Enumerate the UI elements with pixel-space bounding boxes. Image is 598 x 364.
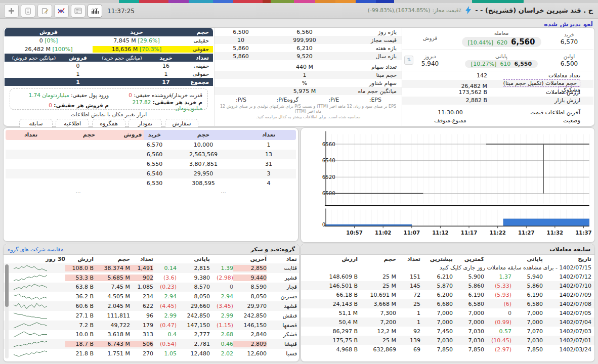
row-label: حقیقی — [181, 63, 213, 69]
history-row[interactable]: 1402/07/09 6,190 (5.93) 6,190 6,200 72 1… — [301, 290, 594, 299]
stat-label: تعداد سهام — [342, 64, 402, 70]
today-history-link[interactable]: 1402/07/15 - برای مشاهده سابقه معاملات ر… — [301, 263, 594, 272]
group-row[interactable]: قسبا 12,600 2.02 12,480 1.05 270 1.751 M… — [4, 349, 299, 358]
cell-change: 0 — [484, 310, 511, 316]
cell-close-change: 0.14 — [153, 265, 177, 271]
group-row[interactable]: قصفها 146,150 (1.15) 147,150 (0.47) 179 … — [4, 321, 299, 330]
range-high: 6,560 — [267, 29, 342, 35]
cell-count: 1,491 — [130, 265, 153, 271]
document-icon[interactable] — [21, 4, 35, 18]
price-adjust-icon[interactable]: ⇅ — [404, 56, 413, 65]
history-row[interactable]: 1402/03/24 7,850 (2.97) 7,850 7,850 69 6… — [301, 345, 594, 354]
compare-group-link[interactable]: مقایسه شرکت های گروه — [8, 246, 63, 252]
cell-volume: 49,722 — [94, 322, 130, 329]
cell-low: 5,900 — [453, 274, 484, 280]
group-row[interactable]: قنیشا 2,809 0.46 2,781 (0.54) 506 6.743 … — [4, 339, 299, 349]
buyer-power: قدرت خریدار/فروشنده حقیقی: 0 — [109, 92, 202, 98]
buy-price: 6,570 — [144, 142, 165, 148]
market-watch-icon[interactable] — [88, 4, 102, 18]
buy-count: 16 — [151, 63, 181, 69]
col-buy-price: خرید — [144, 130, 165, 140]
market-stat-row: حجم معاملات (تکمیل حجم مبنا) مشکوک 26,48… — [402, 80, 593, 88]
stat-label: ارزش بازار — [554, 97, 580, 104]
cell-low: 7,030 — [453, 328, 484, 335]
group-row[interactable]: قشیر 9,440 (2.98) 9,380 (3.6) 902 5.685 … — [4, 273, 299, 283]
cell-date: 1402/07/08 — [543, 301, 591, 307]
state-row: وضعیت ممنوع-متوقف — [402, 116, 593, 124]
svg-text:11:12: 11:12 — [432, 230, 448, 236]
history-row[interactable]: 1402/07/03 7,070 0.57 7,030 7,450 92 12,… — [301, 327, 594, 336]
range-label: قیمت مجاز — [342, 37, 402, 43]
col-sell: فروش — [63, 55, 93, 61]
cell-value: 51,1 M — [304, 310, 358, 316]
stat-value: 440 M — [267, 64, 342, 70]
trade-price-pill: [10.44%] 620 6,560 — [462, 37, 541, 47]
history-row[interactable]: 1402/07/01 7,030 (10.45) 7,030 7,030 139… — [301, 336, 594, 345]
stat-value: 2,882 B — [402, 97, 487, 104]
order-book-row[interactable]: 13 2,563,569 6,560 — [6, 150, 296, 159]
history-row[interactable]: 1402/07/04 7,000 (0.99) 7,000 7,000 1 7,… — [301, 317, 594, 327]
order-book-row[interactable]: 4 308,595 6,530 — [6, 178, 296, 188]
group-row[interactable]: قشرین 8,050 2.94 8,050 2.94 234 4.505 M … — [4, 292, 299, 301]
order-book-row[interactable]: 31 3,807,851 6,550 — [6, 159, 296, 169]
order-book-row[interactable]: 1 10,000 6,570 — [6, 140, 296, 150]
money-inflow: ورود پول حقیقی: 1.74 میلیاردتومان — [15, 92, 109, 98]
col-high: بیشترین — [420, 256, 453, 262]
group-title: گروه:قند و شکر — [250, 246, 295, 253]
price-volume-chart: 6560654065206500010:5711:0211:0711:1211:… — [302, 128, 594, 238]
cell-volume: 3,668 M — [358, 301, 396, 307]
sparkline-30day — [11, 302, 65, 310]
investor-type-panel: حجم خرید فروش حقیقی 7,845 M [29.6%] 0 [0… — [5, 28, 213, 126]
col-sell: فروش — [5, 29, 93, 35]
cell-high: 7,000 — [420, 319, 453, 326]
cell-change: (2.97) — [484, 346, 511, 353]
history-row[interactable]: 1402/07/08 6,580 (6) 6,580 6,680 25 3,66… — [301, 299, 594, 308]
cell-count: 151 — [396, 274, 420, 280]
cell-high: 7,030 — [420, 337, 453, 344]
group-row[interactable]: قثابت 2,850 1.39 2,815 0.14 1,491 38.374… — [4, 263, 299, 273]
group-row[interactable]: قجار 8,590 0 8,570 (0.23) 1,085 7.45 M 6… — [4, 283, 299, 292]
col-sell-price: فروش — [122, 130, 144, 140]
report-panel-icon[interactable] — [71, 4, 86, 18]
group-column-headers: نماد آخرین پایانی تعداد حجم ارزش 30 روز — [4, 255, 299, 263]
cell-value: 53.3 B — [65, 275, 94, 281]
buy-count: 13 — [241, 151, 296, 158]
cell-last-change: 0.46 — [210, 341, 233, 347]
stat-value: 142 — [402, 72, 487, 79]
sparkline-30day — [11, 264, 65, 272]
note-edit-icon[interactable] — [37, 4, 52, 18]
col-low: کمترین — [453, 256, 484, 262]
cell-volume: 6.743 M — [94, 341, 130, 347]
group-row[interactable]: قنقش 242,850 2.99 242,850 2.99 96 111,81… — [4, 311, 299, 321]
buy-volume: 18,636 M [70.3%] — [93, 46, 181, 53]
cell-low: 7,000 — [453, 319, 484, 326]
range-label: بازه سال — [342, 53, 402, 60]
add-window-icon[interactable] — [4, 4, 19, 18]
scrollbar-thumb[interactable] — [5, 264, 9, 307]
group-row[interactable]: قشکر 2,840 2.68 2,777 0.4 313 3.618 M 10… — [4, 330, 299, 340]
order-book-row[interactable]: 3 29,950 6,540 — [6, 169, 296, 178]
toggle-label: اطلاعیه — [64, 120, 81, 127]
group-row[interactable]: قشهد 29,970 (3.45) 29,660 (4.45) 622 2.0… — [4, 301, 299, 311]
cell-close-change: (4.45) — [153, 303, 177, 309]
cell-last: 2,840 — [233, 331, 267, 338]
layout-tools-title: ابزار تغییر مکان یا نمایش اطلاعات — [5, 111, 213, 117]
history-row[interactable]: 1402/07/12 5,940 1.37 5,900 6,210 151 25… — [301, 272, 594, 281]
history-row[interactable]: 1402/07/05 7,000 0 7,000 7,000 1 7,300 5… — [301, 308, 594, 317]
sell-total: 1 — [63, 79, 93, 85]
cell-date: 1402/07/03 — [543, 328, 591, 335]
buy-price: 6,550 — [144, 161, 165, 167]
cell-value: 108.0 B — [65, 265, 94, 271]
cell-low: 6,190 — [453, 292, 484, 298]
col-close: پایانی — [511, 256, 543, 262]
range-low: 6,500 — [215, 29, 267, 35]
cell-last-change: 2.68 — [210, 331, 233, 338]
cell-low: 7,850 — [453, 346, 484, 353]
technical-chart-icon[interactable] — [54, 4, 69, 18]
count-row: حقیقی 16 0 — [5, 62, 213, 70]
sell-quote: فروش — [402, 28, 458, 49]
buy-volume: 2,563,569 — [165, 151, 241, 158]
sparkline-30day — [11, 293, 65, 300]
cell-volume: 7.45 M — [94, 284, 130, 290]
history-row[interactable]: 1402/07/10 5,860 (5.33) 5,860 5,870 145 … — [301, 281, 594, 290]
